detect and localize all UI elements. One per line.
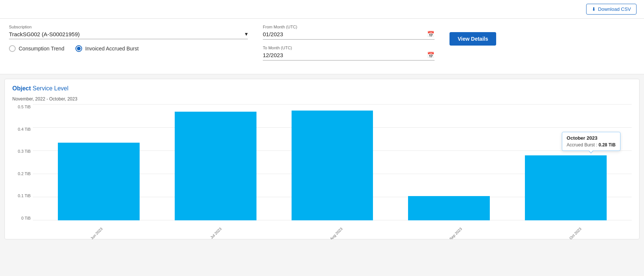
from-calendar-icon[interactable]: 📅 bbox=[427, 31, 435, 38]
radio-invoiced-label: Invoiced Accrued Burst bbox=[85, 46, 139, 52]
chart-area: 0 TiB0.1 TiB0.2 TiB0.3 TiB0.4 TiB0.5 TiB… bbox=[12, 105, 632, 232]
x-axis-label: Oct 2023 bbox=[569, 227, 582, 239]
radio-circle-consumption bbox=[9, 45, 16, 52]
x-axis-label: Jun 2023 bbox=[90, 227, 103, 239]
radio-invoiced-accrued-burst[interactable]: Invoiced Accrued Burst bbox=[75, 45, 139, 52]
x-label-group: Jun 2023 bbox=[33, 220, 153, 232]
chart-section: Object Service Level November, 2022 - Oc… bbox=[4, 79, 640, 239]
x-axis-label: Aug 2023 bbox=[329, 227, 343, 239]
download-csv-label: Download CSV bbox=[598, 6, 631, 12]
y-axis-label: 0.5 TiB bbox=[12, 105, 33, 109]
y-axis-label: 0.3 TiB bbox=[12, 149, 33, 153]
date-block: From Month (UTC) 01/2023 📅 To Month (UTC… bbox=[263, 25, 435, 66]
chart-container: 0 TiB0.1 TiB0.2 TiB0.3 TiB0.4 TiB0.5 TiB… bbox=[12, 105, 632, 232]
bar-group[interactable] bbox=[274, 105, 391, 220]
from-month-value: 01/2023 bbox=[263, 31, 427, 37]
bar-group[interactable] bbox=[40, 105, 157, 220]
chart-date-range: November, 2022 - October, 2023 bbox=[12, 96, 632, 102]
bar-group[interactable] bbox=[391, 105, 507, 220]
x-label-group: Aug 2023 bbox=[273, 220, 392, 232]
y-axis-label: 0.1 TiB bbox=[12, 193, 33, 198]
x-label-group: Sep 2023 bbox=[392, 220, 512, 232]
view-details-button[interactable]: View Details bbox=[449, 32, 496, 46]
x-label-group: Jul 2023 bbox=[153, 220, 273, 232]
subscription-label: Subscription bbox=[9, 25, 248, 29]
bar-group[interactable] bbox=[507, 105, 624, 220]
subscription-select[interactable]: TrackSG002 (A-S00021959) ▾ bbox=[9, 31, 248, 39]
x-label-group: Oct 2023 bbox=[512, 220, 632, 232]
to-month-field: To Month (UTC) 12/2023 📅 bbox=[263, 46, 435, 61]
y-axis-label: 0.2 TiB bbox=[12, 171, 33, 176]
chart-title-bold: Object bbox=[12, 85, 31, 92]
bar bbox=[408, 196, 490, 220]
from-month-label: From Month (UTC) bbox=[263, 25, 435, 29]
radio-consumption-trend[interactable]: Consumption Trend bbox=[9, 45, 64, 52]
chart-title-light: Service Level bbox=[32, 85, 68, 92]
to-calendar-icon[interactable]: 📅 bbox=[427, 52, 435, 59]
to-month-label: To Month (UTC) bbox=[263, 46, 435, 50]
from-month-field: From Month (UTC) 01/2023 📅 bbox=[263, 25, 435, 40]
radio-circle-invoiced bbox=[75, 45, 82, 52]
subscription-block: Subscription TrackSG002 (A-S00021959) ▾ … bbox=[9, 25, 248, 52]
to-month-value: 12/2023 bbox=[263, 52, 427, 58]
bar bbox=[292, 111, 373, 221]
download-icon: ⬇ bbox=[592, 6, 596, 12]
bar bbox=[58, 143, 140, 220]
view-details-block: View Details bbox=[449, 25, 496, 46]
x-axis-label: Jul 2023 bbox=[209, 227, 223, 239]
bars-area: October 2023Accrued Burst : 0.28 TiB bbox=[33, 105, 632, 220]
x-axis: Jun 2023Jul 2023Aug 2023Sep 2023Oct 2023 bbox=[33, 220, 632, 232]
y-axis-label: 0 TiB bbox=[12, 216, 33, 220]
radio-consumption-label: Consumption Trend bbox=[19, 46, 64, 52]
download-csv-button[interactable]: ⬇ Download CSV bbox=[586, 4, 637, 15]
subscription-value: TrackSG002 (A-S00021959) bbox=[9, 31, 80, 37]
bar bbox=[525, 155, 607, 220]
radio-group: Consumption Trend Invoiced Accrued Burst bbox=[9, 45, 248, 52]
y-axis: 0 TiB0.1 TiB0.2 TiB0.3 TiB0.4 TiB0.5 TiB bbox=[12, 105, 33, 220]
chart-title: Object Service Level bbox=[12, 85, 632, 92]
bar-group[interactable] bbox=[157, 105, 274, 220]
filter-section: Subscription TrackSG002 (A-S00021959) ▾ … bbox=[0, 19, 644, 74]
y-axis-label: 0.4 TiB bbox=[12, 127, 33, 131]
chevron-down-icon: ▾ bbox=[245, 31, 248, 37]
top-bar: ⬇ Download CSV bbox=[0, 0, 644, 19]
bar bbox=[175, 112, 256, 220]
x-axis-label: Sep 2023 bbox=[449, 227, 463, 239]
